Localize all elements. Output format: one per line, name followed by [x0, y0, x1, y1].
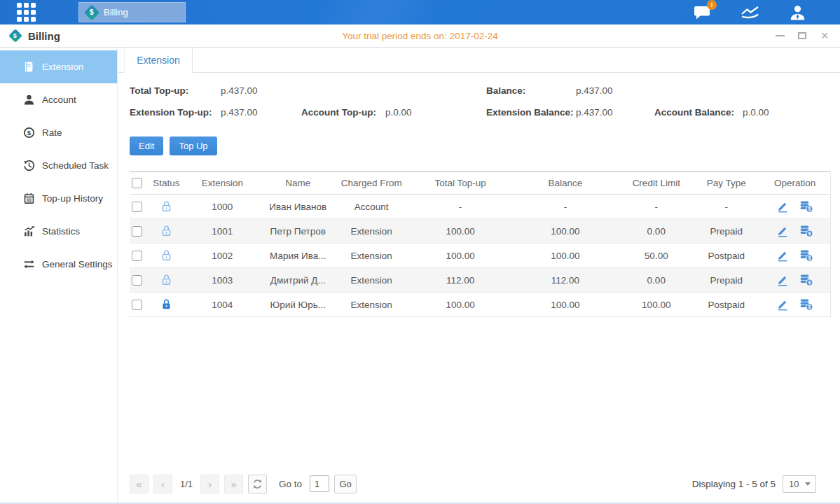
page-size-value: 10 — [789, 479, 799, 489]
status-lock-icon — [151, 195, 182, 218]
main-content: Extension Total Top-up: p.437.00 Balance… — [118, 48, 840, 503]
taskbar-item-billing[interactable]: $ Billing — [78, 2, 186, 22]
topup-coins-icon[interactable]: $ — [799, 225, 813, 237]
cell-total-topup: 112.00 — [410, 268, 511, 292]
row-checkbox[interactable] — [132, 275, 142, 286]
refresh-button[interactable] — [248, 475, 267, 493]
sidebar-item-rate[interactable]: $ Rate — [0, 116, 117, 149]
sidebar-item-label: Extension — [42, 62, 83, 72]
cell-pay-type: - — [693, 195, 759, 218]
header-status: Status — [151, 172, 182, 194]
cell-credit-limit: 50.00 — [619, 244, 693, 267]
balance-summary: Total Top-up: p.437.00 Balance: p.437.00… — [118, 73, 840, 127]
cell-charged-from: Account — [333, 195, 410, 218]
row-checkbox[interactable] — [132, 300, 142, 310]
messages-icon[interactable]: ! — [694, 4, 711, 20]
page-size-select[interactable]: 10 — [783, 475, 816, 493]
cell-pay-type: Postpaid — [693, 293, 759, 316]
account-balance-label: Account Balance: — [654, 107, 734, 118]
system-topbar: $ Billing ! — [0, 0, 840, 24]
goto-page-input[interactable] — [310, 475, 329, 492]
statistics-chart-icon[interactable] — [741, 5, 759, 20]
chevron-down-icon — [805, 482, 811, 486]
next-page-button[interactable]: › — [200, 475, 219, 493]
displaying-text: Displaying 1 - 5 of 5 — [692, 479, 776, 489]
row-checkbox[interactable] — [132, 226, 142, 237]
edit-pencil-icon[interactable] — [776, 225, 789, 237]
extensions-table: Status Extension Name Charged From Total… — [130, 172, 831, 317]
tab-extension[interactable]: Extension — [124, 48, 193, 73]
header-pay-type: Pay Type — [693, 172, 759, 194]
prev-page-button[interactable]: ‹ — [153, 475, 172, 493]
topup-coins-icon[interactable]: $ — [799, 200, 813, 213]
cell-balance: 100.00 — [511, 293, 619, 316]
edit-button[interactable]: Edit — [130, 136, 163, 155]
topup-coins-icon[interactable]: $ — [799, 249, 813, 262]
cell-extension: 1004 — [182, 293, 263, 316]
sidebar-item-account[interactable]: Account — [0, 83, 117, 116]
cell-total-topup: - — [410, 195, 511, 218]
topup-coins-icon[interactable]: $ — [799, 298, 813, 311]
svg-text:$: $ — [808, 206, 811, 212]
billing-app-window: $ Billing ! $ Billing Your trial period … — [0, 0, 840, 504]
cell-name: Иван Иванов — [263, 195, 333, 218]
user-icon[interactable] — [789, 4, 806, 21]
app-launcher-button[interactable] — [0, 3, 52, 22]
status-lock-icon — [151, 219, 182, 243]
cell-pay-type: Prepaid — [693, 268, 759, 292]
table-row: 1002 Мария Ива... Extension 100.00 100.0… — [130, 244, 830, 268]
cell-name: Мария Ива... — [263, 244, 333, 267]
header-name: Name — [263, 172, 333, 194]
grid-icon — [17, 3, 36, 22]
cell-pay-type: Prepaid — [693, 219, 759, 243]
edit-pencil-icon[interactable] — [776, 249, 789, 262]
topup-button[interactable]: Top Up — [170, 136, 216, 155]
cell-credit-limit: 100.00 — [619, 293, 693, 316]
notification-badge: ! — [707, 0, 717, 10]
edit-pencil-icon[interactable] — [776, 298, 789, 311]
cell-extension: 1001 — [182, 219, 263, 243]
cell-balance: 100.00 — [511, 244, 619, 267]
extension-topup-value: p.437.00 — [221, 107, 258, 118]
stats-chart-icon — [23, 225, 35, 237]
edit-pencil-icon[interactable] — [776, 274, 789, 286]
minimize-button[interactable] — [774, 30, 785, 41]
sidebar-item-general-settings[interactable]: General Settings — [0, 248, 117, 281]
total-topup-label: Total Top-up: — [130, 85, 188, 96]
sidebar-item-extension[interactable]: Extension — [0, 50, 117, 83]
cell-credit-limit: 0.00 — [619, 268, 693, 292]
cell-charged-from: Extension — [333, 219, 410, 243]
cell-credit-limit: - — [619, 195, 693, 218]
window-titlebar: $ Billing Your trial period ends on: 201… — [0, 24, 840, 48]
balance-label: Balance: — [486, 85, 525, 96]
pagination-bar: « ‹ 1/1 › » Go to Go Displaying 1 - 5 of… — [118, 472, 840, 503]
last-page-button[interactable]: » — [224, 475, 243, 493]
tab-strip: Extension — [118, 48, 840, 73]
sidebar-item-statistics[interactable]: Statistics — [0, 215, 117, 248]
sidebar-item-scheduled-task[interactable]: Scheduled Task — [0, 149, 117, 182]
topup-coins-icon[interactable]: $ — [799, 274, 813, 286]
cell-extension: 1002 — [182, 244, 263, 267]
sidebar-item-label: Rate — [42, 127, 62, 138]
cell-total-topup: 100.00 — [410, 219, 511, 243]
edit-pencil-icon[interactable] — [776, 200, 789, 213]
status-lock-icon — [151, 244, 182, 267]
select-all-checkbox[interactable] — [132, 178, 142, 188]
dollar-coin-icon: $ — [23, 127, 35, 139]
sidebar-item-topup-history[interactable]: Top-up History — [0, 182, 117, 215]
cell-balance: 112.00 — [511, 268, 619, 292]
trial-notice: Your trial period ends on: 2017-02-24 — [0, 31, 840, 41]
account-topup-label: Account Top-up: — [301, 107, 376, 118]
sidebar-item-label: Statistics — [42, 226, 80, 237]
cell-name: Петр Петров — [263, 219, 333, 243]
sidebar-item-label: General Settings — [42, 259, 113, 270]
row-checkbox[interactable] — [132, 251, 142, 261]
first-page-button[interactable]: « — [130, 475, 149, 493]
row-checkbox[interactable] — [132, 202, 142, 212]
close-button[interactable]: × — [819, 30, 830, 41]
maximize-button[interactable] — [797, 30, 808, 41]
extension-topup-label: Extension Top-up: — [130, 107, 212, 118]
header-operation: Operation — [759, 172, 830, 194]
go-button[interactable]: Go — [334, 475, 357, 493]
cell-balance: 100.00 — [511, 219, 619, 243]
